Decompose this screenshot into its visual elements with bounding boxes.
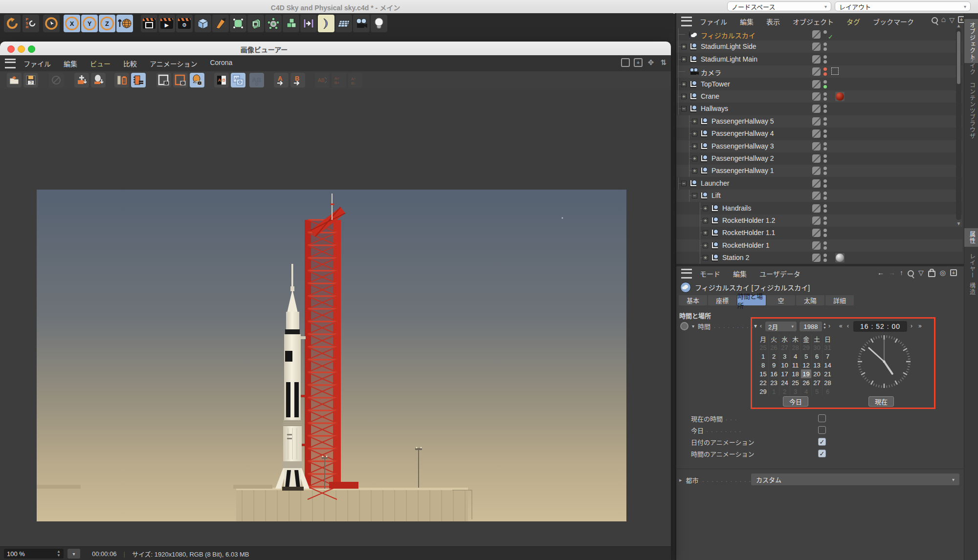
back-icon[interactable]: ← bbox=[877, 269, 884, 277]
enabled-check-icon[interactable]: ✓ bbox=[828, 33, 833, 41]
pv-menu-アニメーション[interactable]: アニメーション bbox=[150, 59, 197, 68]
editor-visibility-toggle[interactable] bbox=[812, 92, 821, 101]
filter-icon[interactable]: ▽ bbox=[918, 269, 924, 277]
dock-tab-レイヤー[interactable]: レイヤー bbox=[964, 250, 978, 281]
save-as-button[interactable]: ? bbox=[23, 73, 38, 87]
set-a-button[interactable]: A bbox=[274, 73, 289, 87]
editor-visibility-toggle[interactable] bbox=[812, 67, 821, 76]
pen-spline-button[interactable] bbox=[212, 15, 229, 32]
visibility-dot-bottom[interactable] bbox=[823, 221, 827, 225]
am-menu-ユーザデータ[interactable]: ユーザデータ bbox=[759, 269, 800, 279]
visibility-dot-bottom[interactable] bbox=[823, 172, 827, 175]
up-icon[interactable]: ↑ bbox=[900, 269, 903, 277]
om-menu-編集[interactable]: 編集 bbox=[740, 17, 754, 26]
attribute-tab-詳細[interactable]: 詳細 bbox=[825, 295, 854, 305]
pv-menu-ビュー[interactable]: ビュー bbox=[90, 59, 111, 68]
tree-row[interactable]: +Crane bbox=[676, 90, 962, 103]
lock-x-axis-button[interactable]: X bbox=[64, 15, 80, 32]
object-label[interactable]: StadiumLight Side bbox=[701, 43, 756, 50]
object-label[interactable]: RocketHolder 1.1 bbox=[722, 229, 775, 237]
subdivision-surface-button[interactable] bbox=[230, 15, 246, 32]
editor-visibility-toggle[interactable] bbox=[812, 154, 821, 163]
forward-icon[interactable]: → bbox=[889, 269, 895, 277]
visibility-dot-bottom[interactable] bbox=[823, 147, 827, 151]
tree-row[interactable]: +StadiumLight Main bbox=[676, 53, 962, 65]
live-selection-button[interactable] bbox=[43, 15, 60, 32]
move-history-button[interactable] bbox=[74, 73, 89, 87]
editor-visibility-toggle[interactable] bbox=[812, 254, 821, 262]
editor-visibility-toggle[interactable] bbox=[812, 241, 821, 250]
day-cell[interactable]: 12 bbox=[800, 361, 811, 369]
ab-grid-button[interactable]: A=B= bbox=[332, 73, 346, 87]
visibility-dot-bottom[interactable] bbox=[823, 258, 827, 262]
expand-icon[interactable]: + bbox=[692, 168, 697, 173]
visibility-dot-top[interactable] bbox=[823, 55, 827, 59]
delete-history-button[interactable] bbox=[114, 73, 129, 87]
day-cell[interactable]: 17 bbox=[779, 369, 790, 378]
om-menu-表示[interactable]: 表示 bbox=[766, 17, 780, 26]
add-tab-icon[interactable]: + bbox=[634, 58, 643, 67]
day-cell[interactable]: 25 bbox=[758, 343, 768, 352]
border-on-button[interactable] bbox=[173, 73, 188, 87]
object-label[interactable]: Station 2 bbox=[722, 254, 749, 261]
zoom-level-field[interactable]: 100 % ▲▼ bbox=[4, 549, 64, 559]
picture-viewer-titlebar[interactable]: 画像ビューアー bbox=[0, 42, 671, 56]
day-cell[interactable]: 24 bbox=[779, 378, 790, 387]
sky-object-button[interactable] bbox=[318, 15, 334, 32]
editor-visibility-toggle[interactable] bbox=[812, 105, 821, 113]
visibility-dot-top[interactable] bbox=[823, 192, 827, 195]
expand-icon[interactable]: + bbox=[692, 131, 697, 136]
visibility-dot-bottom[interactable] bbox=[823, 47, 827, 51]
lock-z-axis-button[interactable]: Z bbox=[99, 15, 115, 32]
editor-visibility-toggle[interactable] bbox=[812, 43, 821, 51]
expand-icon[interactable]: + bbox=[681, 82, 687, 87]
border-off-button[interactable] bbox=[156, 73, 171, 87]
time-forward-icon[interactable]: › bbox=[911, 323, 912, 329]
visibility-dot-top[interactable] bbox=[823, 129, 827, 133]
tree-row[interactable]: +PassengerHallway 1 bbox=[676, 165, 962, 177]
material-tag[interactable] bbox=[835, 92, 845, 101]
visibility-dot-top[interactable] bbox=[823, 80, 827, 84]
lock-icon[interactable] bbox=[928, 271, 935, 277]
editor-visibility-toggle[interactable] bbox=[812, 204, 821, 213]
search-icon[interactable] bbox=[932, 17, 938, 23]
visibility-dot-bottom[interactable] bbox=[823, 184, 827, 188]
scroll-up-icon[interactable]: ▲ bbox=[956, 23, 961, 28]
visibility-dot-bottom[interactable] bbox=[823, 60, 827, 64]
ab-compare-button[interactable]: AB bbox=[214, 73, 229, 87]
save-single-button[interactable] bbox=[91, 73, 106, 87]
object-label[interactable]: Launcher bbox=[701, 179, 729, 187]
day-cell[interactable]: 21 bbox=[822, 369, 833, 378]
material-tag[interactable] bbox=[835, 253, 845, 262]
editor-visibility-toggle[interactable] bbox=[812, 129, 821, 138]
day-cell[interactable]: 9 bbox=[768, 361, 779, 369]
tree-row[interactable]: +StadiumLight Side bbox=[676, 41, 962, 53]
time-fast-back-icon[interactable]: « bbox=[839, 323, 843, 329]
day-cell[interactable]: 30 bbox=[811, 343, 822, 352]
object-label[interactable]: Lift bbox=[711, 192, 721, 199]
expand-icon[interactable]: + bbox=[703, 206, 708, 211]
alpha-channel-button[interactable] bbox=[190, 73, 204, 87]
attribute-tab-基本[interactable]: 基本 bbox=[679, 295, 707, 305]
object-label[interactable]: Crane bbox=[701, 92, 719, 100]
zoom-preset-dropdown[interactable]: ▾ bbox=[67, 549, 80, 559]
tree-row[interactable]: +RocketHolder 1 bbox=[676, 239, 962, 252]
editor-visibility-toggle[interactable] bbox=[812, 142, 821, 151]
object-label[interactable]: Hallways bbox=[701, 105, 728, 112]
ab-compare-ghost-button[interactable]: AB bbox=[249, 73, 264, 87]
day-cell[interactable]: 2 bbox=[779, 387, 790, 396]
object-label[interactable]: RocketHolder 1.2 bbox=[722, 216, 775, 224]
visibility-dot-top[interactable] bbox=[823, 142, 827, 146]
editor-visibility-toggle[interactable] bbox=[812, 167, 821, 175]
volume-cubes-button[interactable] bbox=[283, 15, 299, 32]
history-stack-button[interactable] bbox=[131, 73, 146, 87]
day-cell[interactable]: 26 bbox=[768, 343, 779, 352]
pv-menu-Corona[interactable]: Corona bbox=[210, 59, 232, 68]
reset-psr-button[interactable]: PSR bbox=[22, 15, 39, 32]
scroll-down-icon[interactable]: ▼ bbox=[956, 221, 961, 226]
collapse-icon[interactable]: − bbox=[681, 106, 687, 111]
visibility-dot-bottom[interactable] bbox=[823, 122, 827, 126]
open-file-button[interactable] bbox=[7, 73, 22, 87]
day-cell[interactable]: 8 bbox=[758, 361, 768, 369]
am-menu-モード[interactable]: モード bbox=[700, 269, 720, 279]
